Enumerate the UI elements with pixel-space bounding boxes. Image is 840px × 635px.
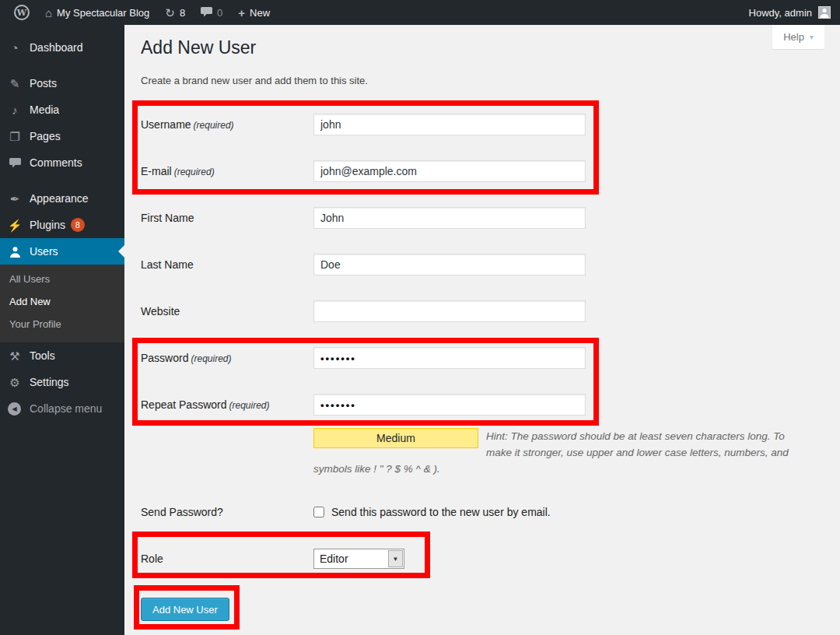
sidebar-item-label: Posts	[30, 77, 57, 89]
password-strength-meter: Medium	[313, 428, 478, 448]
sidebar-item-label: Plugins	[30, 219, 65, 231]
help-label: Help	[783, 31, 804, 43]
sidebar-item-plugins[interactable]: ⚡ Plugins 8	[0, 212, 124, 238]
wordpress-logo-menu[interactable]: W	[6, 0, 37, 25]
send-password-checkbox-label: Send this password to the new user by em…	[331, 506, 551, 518]
admin-sidebar: ◔ Dashboard ✎ Posts ♪ Media ❐ Pages Comm…	[0, 25, 124, 635]
send-password-label: Send Password?	[141, 506, 313, 518]
avatar	[818, 6, 831, 19]
sidebar-item-label: Comments	[30, 156, 82, 169]
send-password-row: Send Password? Send this password to the…	[141, 489, 824, 535]
website-input[interactable]	[313, 300, 586, 322]
plugins-update-badge: 8	[71, 218, 85, 232]
sidebar-item-label: Media	[30, 103, 59, 116]
dashboard-icon: ◔	[6, 42, 23, 54]
sidebar-item-dashboard[interactable]: ◔ Dashboard	[0, 34, 124, 61]
media-icon: ♪	[6, 104, 23, 116]
sidebar-item-label: Pages	[30, 130, 61, 142]
sidebar-item-label: Dashboard	[30, 41, 83, 54]
collapse-arrow-icon: ◀	[8, 402, 21, 416]
dropdown-arrow-icon: ▼	[388, 550, 403, 567]
last-name-row: Last Name	[141, 241, 824, 288]
role-row: Role Editor ▼	[141, 535, 824, 582]
settings-icon: ⚙	[6, 377, 23, 388]
main-content: Help ▾ Add New User Create a brand new u…	[124, 25, 840, 635]
required-hint: (required)	[174, 167, 215, 177]
send-password-checkbox[interactable]	[313, 507, 324, 517]
add-user-form: Username(required) E-mail(required) Firs…	[141, 101, 824, 621]
sidebar-item-label: Settings	[30, 376, 69, 388]
comments-link[interactable]: 0	[193, 0, 230, 25]
repeat-password-input[interactable]	[313, 394, 586, 416]
dropdown-arrow-glyph: ▼	[393, 556, 399, 563]
field-label: Password	[141, 352, 188, 364]
comment-bubble-icon	[6, 158, 23, 168]
admin-bar: W ⌂ My Spectacular Blog ↻ 8 0 + New Howd…	[0, 0, 840, 25]
sidebar-item-users[interactable]: Users	[0, 238, 124, 265]
pushpin-icon: ✎	[6, 78, 23, 89]
plugin-icon: ⚡	[6, 219, 23, 231]
sidebar-item-label: Users	[30, 245, 58, 258]
collapse-menu-button[interactable]: ◀ Collapse menu	[0, 395, 124, 422]
email-input[interactable]	[313, 160, 586, 182]
last-name-input[interactable]	[313, 254, 586, 275]
role-label: Role	[141, 553, 313, 565]
sidebar-item-posts[interactable]: ✎ Posts	[0, 70, 124, 96]
password-row: Password(required)	[141, 335, 824, 381]
first-name-row: First Name	[141, 195, 824, 241]
username-label: Username(required)	[141, 118, 313, 131]
chevron-down-icon: ▾	[810, 33, 814, 41]
users-submenu: All Users Add New Your Profile	[0, 265, 124, 342]
required-hint: (required)	[191, 353, 231, 364]
password-label: Password(required)	[141, 352, 313, 364]
account-menu[interactable]: Howdy, admin	[749, 0, 840, 25]
sidebar-item-settings[interactable]: ⚙ Settings	[0, 369, 124, 395]
field-label: Username	[141, 118, 191, 131]
submenu-item-all-users[interactable]: All Users	[0, 268, 124, 290]
first-name-input[interactable]	[313, 207, 586, 229]
site-name-link[interactable]: ⌂ My Spectacular Blog	[37, 0, 157, 25]
sidebar-item-pages[interactable]: ❐ Pages	[0, 123, 124, 149]
howdy-text: Howdy, admin	[749, 7, 812, 19]
role-select-value: Editor	[314, 549, 387, 568]
repeat-password-row: Repeat Password(required)	[141, 381, 824, 428]
page-subtitle: Create a brand new user and add them to …	[141, 75, 368, 86]
username-input[interactable]	[313, 114, 586, 135]
sidebar-item-tools[interactable]: ⚒ Tools	[0, 342, 124, 369]
required-hint: (required)	[194, 120, 234, 131]
email-label: E-mail(required)	[141, 165, 313, 177]
add-new-user-button[interactable]: Add New User	[141, 598, 229, 621]
new-label: New	[250, 7, 270, 19]
field-label: Repeat Password	[141, 398, 227, 411]
pages-icon: ❐	[6, 131, 23, 142]
sidebar-item-media[interactable]: ♪ Media	[0, 96, 124, 123]
user-icon	[6, 246, 23, 258]
sidebar-item-appearance[interactable]: ✒ Appearance	[0, 185, 124, 212]
sidebar-item-label: Appearance	[30, 192, 89, 205]
sidebar-item-label: Collapse menu	[30, 402, 102, 415]
website-row: Website	[141, 288, 824, 335]
password-input[interactable]	[313, 347, 586, 369]
comment-bubble-icon	[201, 7, 212, 19]
submenu-item-your-profile[interactable]: Your Profile	[0, 313, 124, 335]
updates-link[interactable]: ↻ 8	[157, 0, 193, 25]
role-select[interactable]: Editor ▼	[313, 549, 404, 569]
wrench-icon: ⚒	[6, 350, 23, 362]
sidebar-item-label: Tools	[30, 349, 55, 362]
field-label: E-mail	[141, 165, 172, 177]
username-row: Username(required)	[141, 101, 824, 148]
site-name: My Spectacular Blog	[57, 7, 149, 19]
updates-icon: ↻	[165, 7, 175, 19]
last-name-label: Last Name	[141, 258, 313, 271]
new-content-link[interactable]: + New	[230, 0, 278, 25]
help-button[interactable]: Help ▾	[772, 25, 824, 49]
page-title: Add New User	[141, 37, 256, 58]
paintbrush-icon: ✒	[6, 193, 23, 205]
updates-count: 8	[180, 7, 185, 19]
comments-count: 0	[217, 7, 222, 19]
sidebar-item-comments[interactable]: Comments	[0, 149, 124, 176]
current-menu-arrow-icon	[112, 245, 124, 258]
home-icon: ⌂	[45, 7, 52, 19]
required-hint: (required)	[229, 400, 270, 411]
submenu-item-add-new[interactable]: Add New	[0, 290, 124, 313]
